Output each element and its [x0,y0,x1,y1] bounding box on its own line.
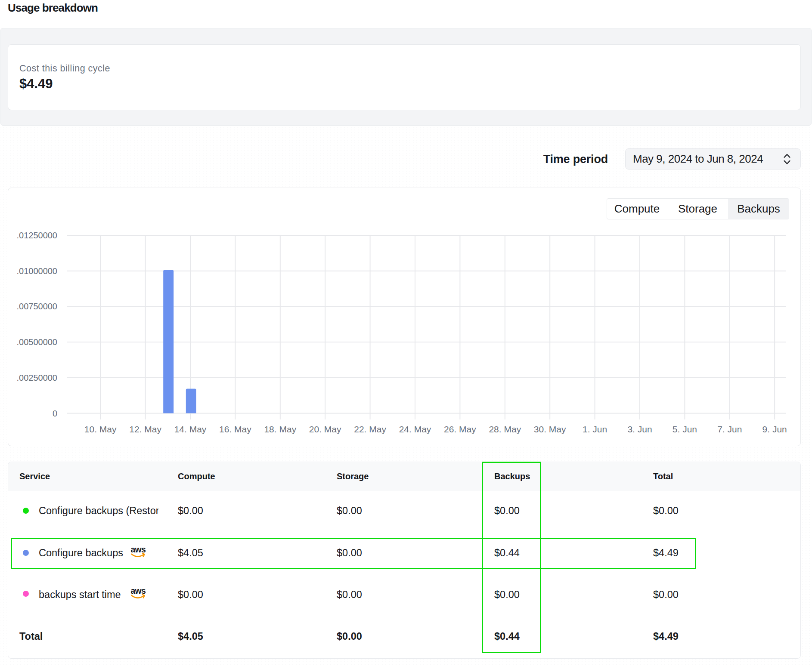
svg-text:aws: aws [131,586,146,595]
